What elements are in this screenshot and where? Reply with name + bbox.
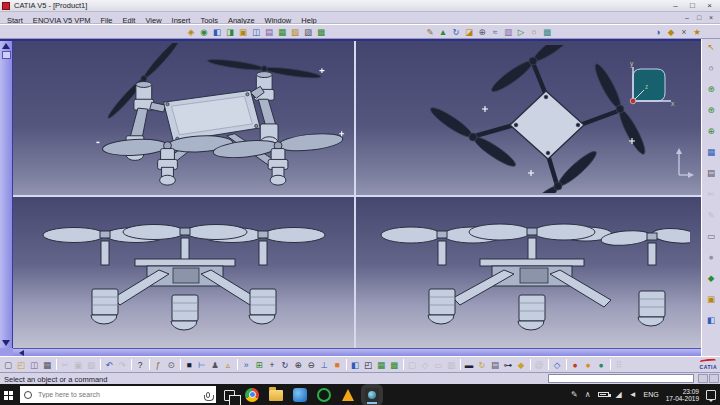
viewport-isometric[interactable] <box>13 41 354 195</box>
battery-icon[interactable] <box>598 392 609 397</box>
zoom-in-icon[interactable]: ⊕ <box>292 359 304 371</box>
drone-body[interactable] <box>164 90 261 141</box>
command-icon-6[interactable]: ◫ <box>250 26 262 38</box>
drone-front-view[interactable] <box>35 223 335 345</box>
render-sphere-icon-2[interactable]: ● <box>582 359 594 371</box>
comment-icon[interactable]: ⊙ <box>165 359 177 371</box>
plug-icon[interactable]: ⊶ <box>502 359 514 371</box>
command-icon-25[interactable]: ★ <box>691 26 703 38</box>
gear-icon-1[interactable]: ⊛ <box>705 83 717 95</box>
command-icon-20[interactable]: ○ <box>528 26 540 38</box>
clock-icon[interactable]: ○ <box>705 62 717 74</box>
volume-icon[interactable]: ◄ <box>629 390 637 399</box>
command-icon-24[interactable]: × <box>678 26 690 38</box>
drone-side-view[interactable] <box>370 221 690 345</box>
scroll-up-arrow[interactable] <box>2 43 10 49</box>
render-style-icon[interactable]: ▩ <box>388 359 400 371</box>
view-icon[interactable]: ◧ <box>705 314 717 326</box>
right-leg[interactable] <box>249 289 276 324</box>
command-icon-13[interactable]: ▲ <box>437 26 449 38</box>
show-hidden-icons-chevron[interactable]: ∧ <box>585 390 591 399</box>
command-icon-15[interactable]: ◪ <box>463 26 475 38</box>
save-icon[interactable]: ◫ <box>28 359 40 371</box>
view-mode-icon-2[interactable]: ◇ <box>419 359 431 371</box>
swap-visible-space-icon[interactable]: ■ <box>183 359 195 371</box>
redo-icon[interactable]: ↷ <box>116 359 128 371</box>
fit-all-in-icon[interactable]: ⊞ <box>253 359 265 371</box>
maximize-button[interactable]: □ <box>684 0 701 11</box>
scroll-down-arrow[interactable] <box>2 340 10 346</box>
right-leg[interactable] <box>638 291 665 326</box>
person-icon[interactable]: ♟ <box>209 359 221 371</box>
minimize-button[interactable]: – <box>667 0 684 11</box>
taskbar-search[interactable] <box>20 386 216 403</box>
turntable-icon[interactable]: ↻ <box>476 359 488 371</box>
specification-tree-icon[interactable]: ⊢ <box>196 359 208 371</box>
vertical-scrollbar[interactable] <box>0 41 13 348</box>
drone-isometric-view[interactable] <box>55 43 354 193</box>
knowledge-icon[interactable]: ▵ <box>222 359 234 371</box>
command-icon-8[interactable]: ▦ <box>276 26 288 38</box>
command-field-button-2[interactable] <box>709 374 719 383</box>
fly-mode-icon[interactable]: » <box>240 359 252 371</box>
catia-window-button[interactable] <box>365 388 379 402</box>
pen-icon[interactable]: ✎ <box>705 209 717 221</box>
view-mode-icon-4[interactable]: ▥ <box>445 359 457 371</box>
gear-icon-2[interactable]: ⊛ <box>705 104 717 116</box>
command-icon-18[interactable]: ▥ <box>502 26 514 38</box>
clock[interactable]: 23:09 17-04-2019 <box>666 388 699 402</box>
task-view-button[interactable] <box>224 390 235 401</box>
propeller-south[interactable] <box>516 148 599 193</box>
center-leg[interactable] <box>171 295 198 330</box>
scrollbar-split-box[interactable] <box>2 51 11 59</box>
orientation-compass[interactable]: y x z <box>623 61 675 109</box>
open-folder-icon[interactable]: ◰ <box>15 359 27 371</box>
normal-view-icon[interactable]: ⊥ <box>318 359 330 371</box>
isometric-view-icon[interactable]: ◧ <box>349 359 361 371</box>
search-input[interactable] <box>36 390 206 399</box>
render-sphere-icon-3[interactable]: ● <box>595 359 607 371</box>
arm[interactable] <box>150 102 166 112</box>
panel-icon[interactable]: ▣ <box>705 293 717 305</box>
command-icon-16[interactable]: ⊕ <box>476 26 488 38</box>
copy-icon[interactable]: ▣ <box>72 359 84 371</box>
pan-icon[interactable]: + <box>266 359 278 371</box>
measure-icon[interactable]: ◇ <box>551 359 563 371</box>
command-icon-11[interactable]: ▩ <box>315 26 327 38</box>
command-icon-9[interactable]: ▧ <box>289 26 301 38</box>
power-input-field[interactable] <box>548 374 694 383</box>
render-sphere-icon-1[interactable]: ● <box>569 359 581 371</box>
left-leg[interactable] <box>91 289 118 324</box>
command-icon-4[interactable]: ◨ <box>224 26 236 38</box>
close-button[interactable]: × <box>701 0 718 11</box>
sketch-icon[interactable]: ✎ <box>424 26 436 38</box>
command-field-button-1[interactable] <box>698 374 708 383</box>
cut-icon[interactable]: ✂ <box>59 359 71 371</box>
command-icon-23[interactable]: ◆ <box>665 26 677 38</box>
command-icon-7[interactable]: ▤ <box>263 26 275 38</box>
center-leg[interactable] <box>518 295 545 330</box>
language-indicator[interactable]: ENG <box>644 391 659 398</box>
command-icon-21[interactable]: ▩ <box>541 26 553 38</box>
new-document-icon[interactable]: ▢ <box>2 359 14 371</box>
viewport-top-view[interactable]: y x z <box>356 41 701 195</box>
microphone-icon[interactable] <box>206 392 210 398</box>
command-icon-22[interactable]: ◑ <box>652 26 664 38</box>
screens-icon[interactable]: ▦ <box>705 146 717 158</box>
cylinder-icon[interactable]: ▭ <box>705 230 717 242</box>
frame-plate[interactable] <box>135 259 235 266</box>
zoom-out-icon[interactable]: ⊖ <box>305 359 317 371</box>
named-views-icon[interactable]: ▦ <box>375 359 387 371</box>
strut[interactable] <box>113 270 169 305</box>
update-icon[interactable]: ↻ <box>450 26 462 38</box>
left-leg[interactable] <box>428 289 455 324</box>
command-icon-3[interactable]: ◧ <box>211 26 223 38</box>
catalog-browser-icon[interactable]: ◈ <box>185 26 197 38</box>
taskbar-app-blue-icon[interactable] <box>293 388 307 402</box>
glasses-icon[interactable]: ▬ <box>463 359 475 371</box>
horizontal-scrollbar[interactable] <box>13 348 701 356</box>
paste-icon[interactable]: ▧ <box>85 359 97 371</box>
start-button[interactable] <box>0 384 20 405</box>
taskbar-app-orange-icon[interactable] <box>341 388 355 402</box>
lock-icon[interactable]: ◆ <box>515 359 527 371</box>
